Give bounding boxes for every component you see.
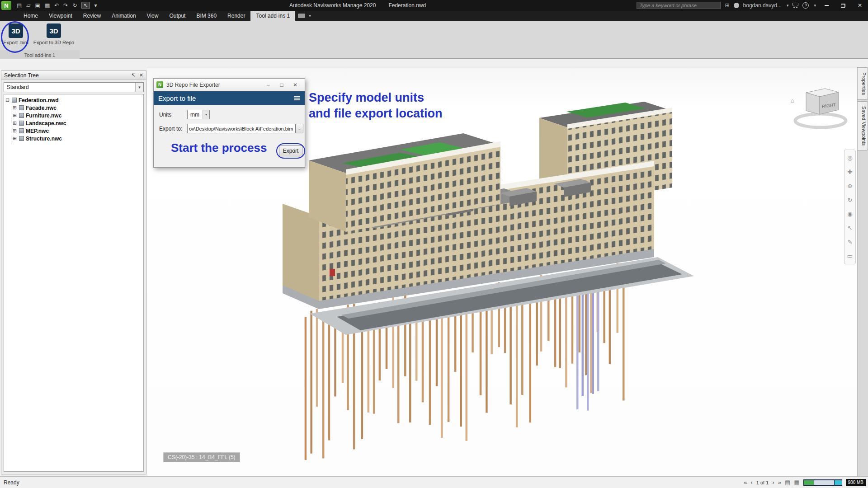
pencil-progress-bar: [804, 480, 814, 485]
navisworks-logo-icon[interactable]: N: [1, 1, 11, 10]
ribbon-overflow-caret-icon[interactable]: ▾: [309, 14, 311, 18]
tree-children: ⊞ Facade.nwc ⊞ Furniture.nwc ⊞ Landscape…: [11, 104, 142, 142]
store-cart-icon[interactable]: [793, 3, 798, 6]
ribbon-display-icon[interactable]: [298, 14, 305, 18]
selection-info-tooltip: CS(-20)-35 : 14_B4_FFL (5): [163, 452, 240, 462]
tree-item-label: Facade.nwc: [26, 105, 57, 111]
expand-icon[interactable]: ⊞: [12, 136, 17, 141]
user-avatar-icon[interactable]: [734, 3, 739, 8]
help-icon[interactable]: ?: [802, 2, 809, 9]
annotation-units-text: Specify model units and file export loca…: [309, 90, 443, 122]
open-file-icon[interactable]: ▱: [26, 2, 30, 9]
export-path-input[interactable]: ov\Desktop\Navisworks\Block A\Federation…: [187, 124, 296, 133]
tree-item-landscape[interactable]: ⊞ Landscape.nwc: [12, 119, 142, 127]
tree-mode-value: Standard: [4, 84, 135, 90]
multi-sheet-icon[interactable]: ▦: [794, 479, 799, 486]
tree-item-furniture[interactable]: ⊞ Furniture.nwc: [12, 112, 142, 119]
tab-properties[interactable]: Properties: [858, 67, 868, 100]
save-file-icon[interactable]: ▣: [35, 2, 40, 9]
tree-item-structure[interactable]: ⊞ Structure.nwc: [12, 135, 142, 142]
selection-tree-panel: Selection Tree ↸ ✕ Standard ▾ ⊟ Federati…: [1, 70, 146, 474]
chevron-down-icon[interactable]: ▾: [203, 110, 209, 119]
dialog-titlebar[interactable]: N 3D Repo File Exporter – □ ✕: [154, 79, 305, 91]
titlebar-right-cluster: ⊞ bogdan.davyd... ▾ ? ▾ ✕: [637, 0, 868, 11]
previous-sheet-icon[interactable]: ‹: [750, 479, 752, 486]
close-button[interactable]: ✕: [854, 0, 866, 11]
tab-saved-viewpoints[interactable]: Saved Viewpoints: [858, 101, 868, 150]
titlebar: N ▤ ▱ ▣ ▦ ↶ ↷ ↻ ↖ ▾ Autodesk Navisworks …: [0, 0, 868, 11]
pan-icon[interactable]: ✚: [848, 169, 853, 175]
export-to-3d-repo-button[interactable]: 3D Export to 3D Repo: [33, 22, 74, 49]
user-menu-caret-icon[interactable]: ▾: [787, 3, 789, 8]
zoom-icon[interactable]: ⊕: [848, 183, 853, 189]
tab-viewpoint[interactable]: Viewpoint: [43, 11, 78, 21]
signed-in-user[interactable]: bogdan.davyd...: [743, 2, 782, 9]
quick-access-toolbar: ▤ ▱ ▣ ▦ ↶ ↷ ↻ ↖ ▾: [17, 2, 97, 9]
application-window: N ▤ ▱ ▣ ▦ ↶ ↷ ↻ ↖ ▾ Autodesk Navisworks …: [0, 0, 868, 488]
model-file-icon: [19, 136, 24, 141]
model-file-icon: [12, 98, 17, 103]
redo-icon[interactable]: ↷: [63, 2, 68, 9]
export-button[interactable]: Export: [279, 145, 302, 156]
look-icon[interactable]: ◉: [847, 211, 852, 217]
selection-tree[interactable]: ⊟ Federation.nwd ⊞ Facade.nwc ⊞ Furnitur…: [4, 94, 144, 472]
navigation-wheel-icon[interactable]: ◎: [847, 155, 852, 161]
measure-icon[interactable]: ✎: [848, 239, 853, 245]
tab-bim360[interactable]: BIM 360: [191, 11, 222, 21]
toolbar-more-icon[interactable]: ▾: [94, 2, 97, 9]
panel-close-icon[interactable]: ✕: [139, 72, 143, 78]
tab-home[interactable]: Home: [18, 11, 43, 21]
export-to-label: Export to:: [159, 126, 182, 132]
last-sheet-icon[interactable]: »: [778, 479, 781, 486]
tab-output[interactable]: Output: [164, 11, 191, 21]
tab-render[interactable]: Render: [222, 11, 250, 21]
units-dropdown[interactable]: mm ▾: [187, 110, 210, 119]
model-file-icon: [19, 121, 24, 126]
orbit-icon[interactable]: ↻: [848, 197, 853, 203]
tab-view[interactable]: View: [142, 11, 164, 21]
collapse-icon[interactable]: ⊟: [5, 97, 10, 103]
new-file-icon[interactable]: ▤: [17, 2, 22, 9]
minimize-icon: [825, 5, 829, 6]
tree-mode-dropdown[interactable]: Standard ▾: [4, 82, 144, 92]
annotation-process-text: Start the process: [171, 141, 267, 155]
tab-animation[interactable]: Animation: [106, 11, 141, 21]
tree-item-facade[interactable]: ⊞ Facade.nwc: [12, 104, 142, 112]
tree-root-federation[interactable]: ⊟ Federation.nwd: [5, 96, 142, 104]
refresh-icon[interactable]: ↻: [72, 2, 77, 9]
tree-item-label: Furniture.nwc: [26, 113, 61, 119]
dialog-body: Units mm ▾ Export to: ov\Desktop\Naviswo…: [154, 105, 305, 167]
ribbon-panel: 3D Export .bim 3D Export to 3D Repo: [3, 22, 74, 49]
expand-icon[interactable]: ⊞: [12, 105, 17, 111]
dialog-maximize-button[interactable]: □: [275, 82, 288, 88]
undo-icon[interactable]: ↶: [54, 2, 59, 9]
export-bim-button[interactable]: 3D Export .bim: [3, 22, 29, 49]
restore-button[interactable]: [837, 0, 849, 11]
select-icon[interactable]: ↖: [848, 225, 853, 231]
select-cursor-icon[interactable]: ↖: [81, 2, 90, 9]
browse-button[interactable]: ...: [296, 124, 303, 133]
tab-tool-add-ins[interactable]: Tool add-ins 1: [250, 11, 295, 21]
first-sheet-icon[interactable]: «: [744, 479, 747, 486]
view-cube[interactable]: RIGHT ⌂: [791, 89, 846, 127]
tree-item-mep[interactable]: ⊞ MEP.nwc: [12, 127, 142, 135]
help-menu-caret-icon[interactable]: ▾: [814, 3, 816, 8]
dialog-minimize-button[interactable]: –: [261, 82, 275, 88]
expand-icon[interactable]: ⊞: [12, 120, 17, 126]
dialog-close-button[interactable]: ✕: [288, 82, 302, 88]
print-icon[interactable]: ▦: [45, 2, 50, 9]
apps-grid-icon[interactable]: ⊞: [725, 2, 729, 9]
window-icon[interactable]: ▭: [847, 253, 853, 259]
minimize-button[interactable]: [820, 0, 833, 11]
tab-review[interactable]: Review: [78, 11, 106, 21]
pin-icon[interactable]: ↸: [132, 72, 136, 78]
next-sheet-icon[interactable]: ›: [772, 479, 774, 486]
dialog-title: 3D Repo File Exporter: [163, 82, 261, 88]
sheet-browser-icon[interactable]: ▤: [785, 479, 790, 486]
expand-icon[interactable]: ⊞: [12, 113, 17, 118]
export-bim-label: Export .bim: [3, 40, 28, 45]
chevron-down-icon[interactable]: ▾: [135, 83, 143, 92]
search-input[interactable]: [637, 2, 721, 9]
menu-icon[interactable]: [294, 96, 300, 97]
expand-icon[interactable]: ⊞: [12, 128, 17, 134]
